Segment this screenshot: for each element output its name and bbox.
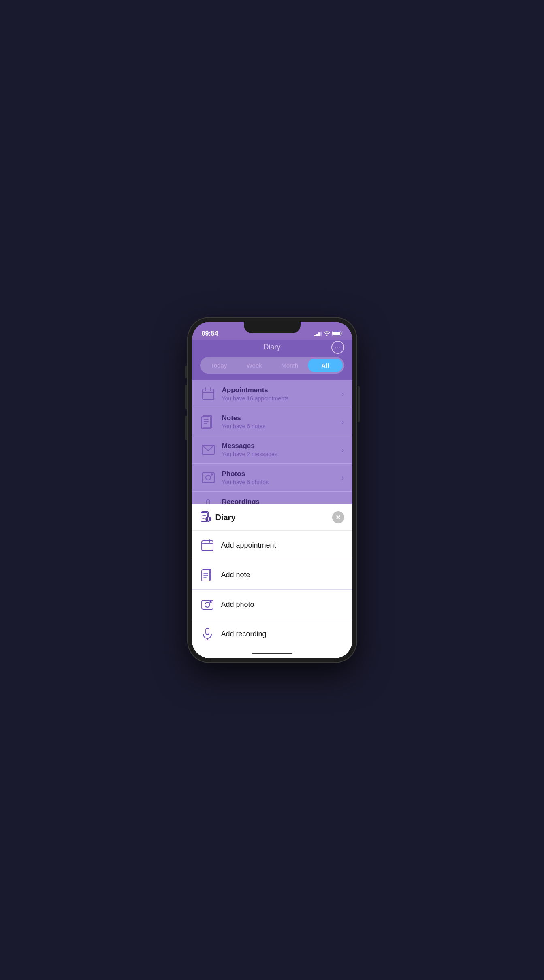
tab-today[interactable]: Today <box>202 359 237 372</box>
svg-point-36 <box>205 602 210 607</box>
list-item-recordings[interactable]: Recordings You have 2 recordings › <box>192 492 352 504</box>
tab-all[interactable]: All <box>308 359 343 372</box>
sheet-title-group: Diary <box>200 511 236 524</box>
tab-week[interactable]: Week <box>237 359 272 372</box>
notes-chevron: › <box>342 418 344 426</box>
notes-text: Notes You have 6 notes <box>222 414 342 429</box>
svg-point-37 <box>210 601 211 603</box>
photos-text: Photos You have 6 photos <box>222 470 342 485</box>
more-icon: ··· <box>335 344 341 350</box>
messages-chevron: › <box>342 446 344 454</box>
messages-icon <box>200 442 216 458</box>
recordings-chevron: › <box>342 502 344 505</box>
recordings-icon <box>200 497 216 504</box>
svg-rect-7 <box>202 417 211 429</box>
add-recording-icon <box>200 627 215 641</box>
list-item-messages[interactable]: Messages You have 2 messages › <box>192 436 352 464</box>
add-photo-label: Add photo <box>221 600 254 609</box>
photos-icon <box>200 470 216 486</box>
add-photo-icon <box>200 597 215 612</box>
appointments-icon <box>200 386 216 402</box>
tab-bar: Today Week Month All <box>200 357 344 374</box>
add-appointment-label: Add appointment <box>221 541 276 550</box>
svg-rect-2 <box>203 389 214 400</box>
wifi-icon <box>324 331 330 337</box>
photos-chevron: › <box>342 474 344 482</box>
notch <box>244 322 301 333</box>
phone-frame: 09:54 <box>187 317 357 663</box>
svg-rect-31 <box>202 570 210 581</box>
sheet-items: Add appointment Add note <box>192 531 352 648</box>
svg-point-14 <box>211 474 213 475</box>
notes-icon <box>200 414 216 430</box>
app-header: Diary ··· Today Week Month All <box>192 340 352 380</box>
tab-month[interactable]: Month <box>273 359 307 372</box>
home-indicator <box>192 648 352 658</box>
messages-text: Messages You have 2 messages <box>222 442 342 457</box>
add-photo-item[interactable]: Add photo <box>192 590 352 619</box>
header-title-row: Diary ··· <box>200 343 344 351</box>
photos-title: Photos <box>222 470 342 478</box>
phone-screen: 09:54 <box>192 322 352 658</box>
svg-rect-1 <box>333 332 340 335</box>
messages-title: Messages <box>222 442 342 450</box>
sheet-diary-icon <box>200 511 211 524</box>
add-appointment-icon <box>200 538 215 553</box>
app-title: Diary <box>263 343 280 351</box>
svg-rect-26 <box>202 541 213 551</box>
close-button[interactable]: ✕ <box>332 511 344 523</box>
appointments-subtitle: You have 16 appointments <box>222 395 342 402</box>
notes-title: Notes <box>222 414 342 422</box>
appointments-title: Appointments <box>222 386 342 394</box>
photos-subtitle: You have 6 photos <box>222 479 342 485</box>
messages-subtitle: You have 2 messages <box>222 451 342 457</box>
close-icon: ✕ <box>335 514 341 521</box>
add-note-label: Add note <box>221 571 250 579</box>
bottom-sheet: Diary ✕ <box>192 504 352 658</box>
appointments-chevron: › <box>342 390 344 398</box>
main-content: Appointments You have 16 appointments › <box>192 380 352 504</box>
add-note-icon <box>200 568 215 582</box>
recordings-title: Recordings <box>222 498 342 504</box>
status-time: 09:54 <box>202 330 218 337</box>
side-button-power <box>358 386 360 422</box>
battery-icon <box>332 331 343 337</box>
svg-rect-15 <box>207 500 210 504</box>
notes-subtitle: You have 6 notes <box>222 423 342 429</box>
list-item-appointments[interactable]: Appointments You have 16 appointments › <box>192 380 352 408</box>
svg-rect-38 <box>206 628 209 635</box>
list-item-notes[interactable]: Notes You have 6 notes › <box>192 408 352 436</box>
appointments-text: Appointments You have 16 appointments <box>222 386 342 402</box>
status-icons <box>314 331 343 337</box>
add-recording-label: Add recording <box>221 630 267 638</box>
side-button-volume-up <box>185 385 187 409</box>
side-button-volume-down <box>185 416 187 440</box>
more-button[interactable]: ··· <box>331 341 344 354</box>
list-item-photos[interactable]: Photos You have 6 photos › <box>192 464 352 492</box>
sheet-title: Diary <box>215 513 236 522</box>
add-note-item[interactable]: Add note <box>192 560 352 590</box>
add-appointment-item[interactable]: Add appointment <box>192 531 352 560</box>
signal-icon <box>314 332 322 336</box>
home-bar <box>252 653 292 654</box>
sheet-header: Diary ✕ <box>192 504 352 531</box>
recordings-text: Recordings You have 2 recordings <box>222 498 342 504</box>
svg-point-13 <box>206 475 211 480</box>
side-button-mute <box>185 366 187 378</box>
add-recording-item[interactable]: Add recording <box>192 619 352 648</box>
